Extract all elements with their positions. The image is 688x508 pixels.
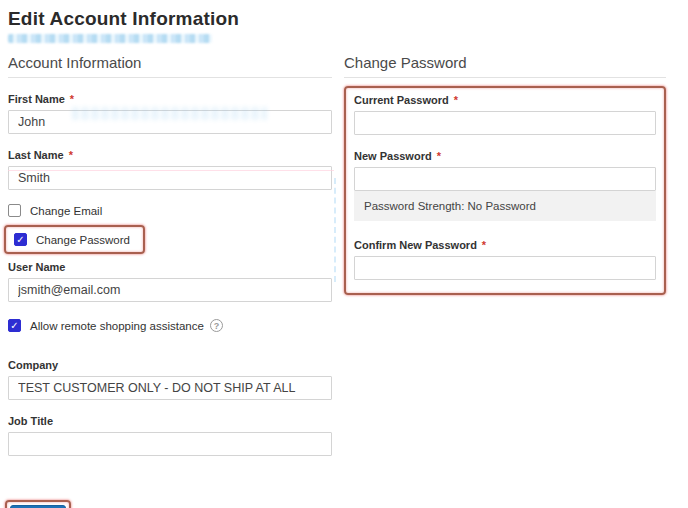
edit-account-page: Edit Account Information Account Informa…	[0, 0, 688, 508]
change-email-checkbox[interactable]	[8, 204, 21, 217]
new-password-label: New Password*	[354, 150, 656, 162]
save-annotation-box: Save	[5, 500, 71, 508]
job-title-label: Job Title	[8, 415, 332, 427]
company-label: Company	[8, 359, 332, 371]
page-title: Edit Account Information	[8, 8, 678, 30]
password-strength-meter: Password Strength: No Password	[354, 191, 656, 221]
check-icon: ✓	[16, 234, 24, 245]
change-password-annotation-box: ✓ Change Password	[4, 225, 145, 254]
user-name-input[interactable]	[8, 278, 332, 302]
required-asterisk: *	[70, 93, 74, 105]
account-information-heading: Account Information	[8, 54, 332, 78]
change-password-row[interactable]: ✓ Change Password	[14, 233, 130, 246]
required-asterisk: *	[69, 149, 73, 161]
change-password-section: Change Password Current Password* New Pa…	[344, 54, 666, 508]
current-password-input[interactable]	[354, 111, 656, 135]
form-columns: Account Information First Name* Last Nam…	[8, 54, 678, 508]
remote-assistance-label: Allow remote shopping assistance	[30, 320, 204, 332]
company-input[interactable]	[8, 376, 332, 400]
confirm-password-input[interactable]	[354, 256, 656, 280]
change-password-checkbox[interactable]: ✓	[14, 233, 27, 246]
user-name-label: User Name	[8, 261, 332, 273]
required-asterisk: *	[482, 239, 486, 251]
current-password-label: Current Password*	[354, 94, 656, 106]
account-information-section: Account Information First Name* Last Nam…	[8, 54, 332, 508]
required-asterisk: *	[454, 94, 458, 106]
first-name-label: First Name*	[8, 93, 332, 105]
check-icon: ✓	[10, 320, 18, 331]
remote-assistance-row[interactable]: ✓ Allow remote shopping assistance ?	[8, 319, 332, 332]
job-title-input[interactable]	[8, 432, 332, 456]
change-email-label: Change Email	[30, 205, 102, 217]
remote-assistance-checkbox[interactable]: ✓	[8, 319, 21, 332]
new-password-input[interactable]	[354, 167, 656, 191]
required-asterisk: *	[437, 150, 441, 162]
password-fields-annotation-box: Current Password* New Password* Password…	[344, 86, 666, 295]
help-icon[interactable]: ?	[210, 319, 223, 332]
change-password-label: Change Password	[36, 234, 130, 246]
redacted-breadcrumb-link[interactable]	[8, 34, 212, 43]
redaction-line-artifact	[8, 170, 334, 171]
confirm-password-label: Confirm New Password*	[354, 239, 656, 251]
change-email-row[interactable]: Change Email	[8, 204, 332, 217]
last-name-label: Last Name*	[8, 149, 332, 161]
change-password-heading: Change Password	[344, 54, 666, 78]
first-name-input[interactable]	[8, 110, 332, 134]
